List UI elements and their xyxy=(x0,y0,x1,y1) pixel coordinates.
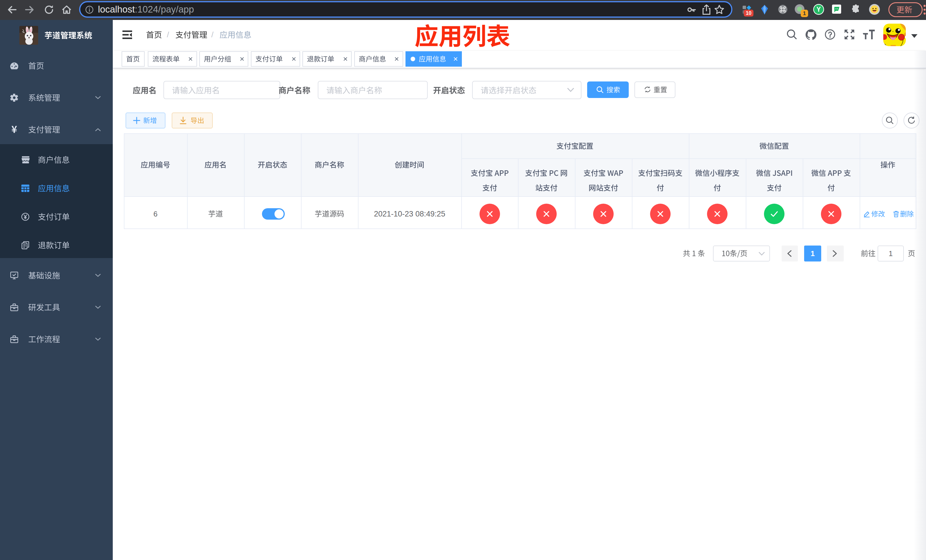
svg-text:Y: Y xyxy=(816,6,821,13)
